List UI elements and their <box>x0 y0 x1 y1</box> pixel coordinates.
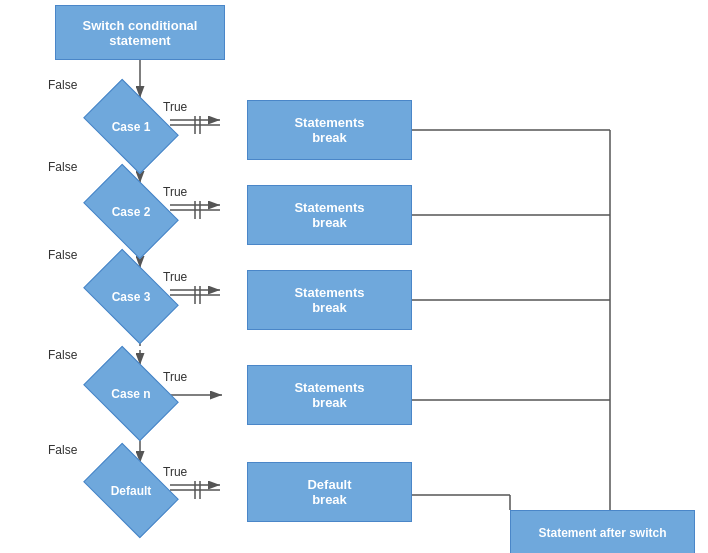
flowchart: Switch conditionalstatement Case 1 State… <box>0 0 708 553</box>
case1-box: Statementsbreak <box>247 100 412 160</box>
true3-label: True <box>163 270 187 284</box>
casen-box: Statementsbreak <box>247 365 412 425</box>
truen-label: True <box>163 370 187 384</box>
case3-label: Case 3 <box>112 290 151 304</box>
default-box: Defaultbreak <box>247 462 412 522</box>
falsed-label: False <box>48 443 77 457</box>
casen-diamond: Case n <box>90 365 172 422</box>
case3-diamond: Case 3 <box>90 268 172 325</box>
casen-label: Case n <box>111 387 150 401</box>
falsen-label: False <box>48 348 77 362</box>
default-diamond: Default <box>90 462 172 519</box>
false2-label: False <box>48 160 77 174</box>
case3-box: Statementsbreak <box>247 270 412 330</box>
case2-diamond: Case 2 <box>90 183 172 240</box>
trued-label: True <box>163 465 187 479</box>
case2-label: Case 2 <box>112 205 151 219</box>
case1-label: Case 1 <box>112 120 151 134</box>
false3-label: False <box>48 248 77 262</box>
true1-label: True <box>163 100 187 114</box>
true2-label: True <box>163 185 187 199</box>
end-box: Statement after switch <box>510 510 695 553</box>
case1-diamond: Case 1 <box>90 98 172 155</box>
switch-box: Switch conditionalstatement <box>55 5 225 60</box>
default-label: Default <box>111 484 152 498</box>
case2-box: Statementsbreak <box>247 185 412 245</box>
false1-label: False <box>48 78 77 92</box>
